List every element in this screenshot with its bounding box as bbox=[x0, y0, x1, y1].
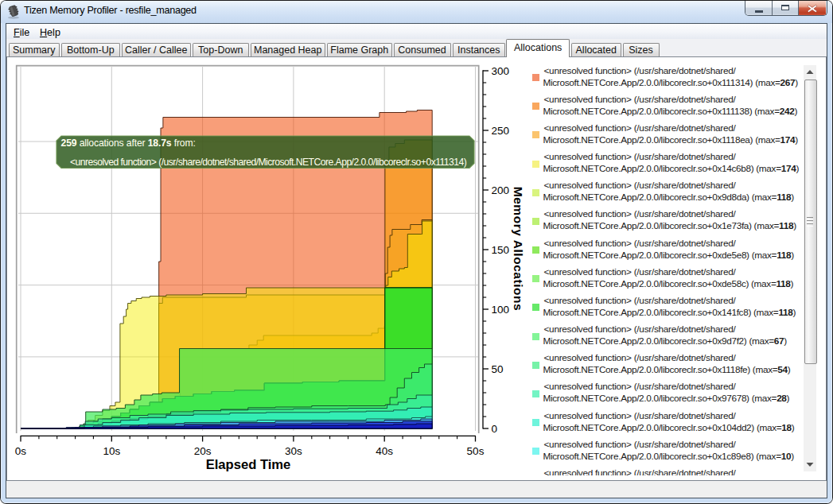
svg-text:40s: 40s bbox=[376, 445, 393, 457]
svg-text:200: 200 bbox=[492, 184, 510, 196]
svg-text:0: 0 bbox=[492, 423, 498, 435]
svg-text:300: 300 bbox=[492, 65, 510, 77]
svg-text:100: 100 bbox=[492, 304, 510, 316]
svg-text:20s: 20s bbox=[194, 445, 212, 457]
svg-text:30s: 30s bbox=[285, 445, 302, 457]
svg-text:150: 150 bbox=[492, 244, 510, 256]
svg-text:<unresolved function> (/usr/sh: <unresolved function> (/usr/share/dotnet… bbox=[70, 157, 467, 168]
svg-text:0s: 0s bbox=[15, 445, 27, 457]
svg-text:250: 250 bbox=[492, 125, 510, 137]
svg-text:Elapsed Time: Elapsed Time bbox=[206, 457, 291, 472]
svg-text:50: 50 bbox=[492, 363, 504, 375]
svg-text:50s: 50s bbox=[467, 445, 485, 457]
svg-text:259 allocations after 18.7s fr: 259 allocations after 18.7s from: bbox=[61, 138, 196, 149]
svg-text:10s: 10s bbox=[103, 445, 120, 457]
